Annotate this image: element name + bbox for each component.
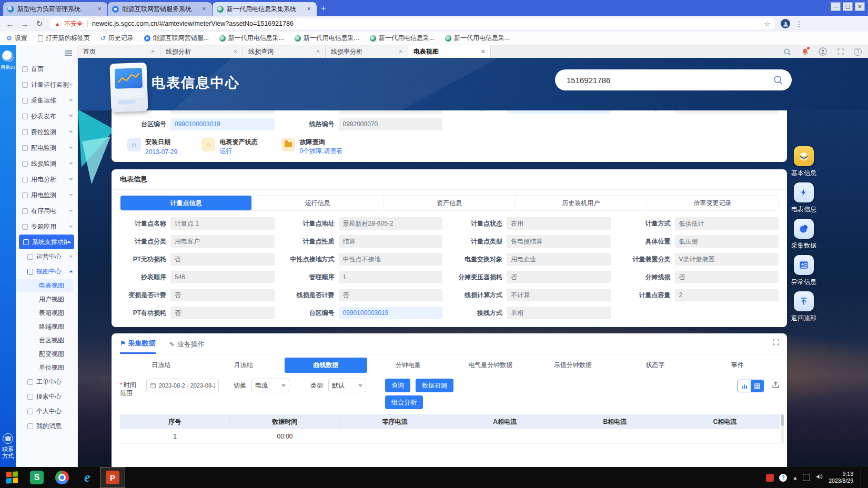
close-icon[interactable]: × — [481, 48, 485, 55]
date-range-input[interactable]: 2023-08-2 - 2023-08-2 — [146, 379, 219, 392]
refresh-icon[interactable]: ↻ — [35, 19, 44, 28]
sidebar-item-operation-center[interactable]: 运营中心 — [16, 249, 77, 264]
dock-basic-info-button[interactable] — [794, 146, 814, 166]
subtab-electrical-minute[interactable]: 电气量分钟数据 — [449, 358, 532, 373]
sidebar-collapse[interactable] — [16, 48, 77, 61]
url-field[interactable]: ▲ 不安全 neweic.js.sgcc.com.cn/#/amteview/m… — [49, 18, 775, 29]
sidebar-item-my-messages[interactable]: 我的消息 — [16, 419, 77, 433]
sidebar-item-metering-monitor[interactable]: 计量运行监测 — [16, 77, 77, 93]
tab-asset-info[interactable]: 资产信息 — [383, 196, 515, 210]
combined-analysis-button[interactable]: 组合分析 — [385, 395, 423, 409]
tab-business-ops[interactable]: ✎业务操作 — [169, 340, 205, 353]
close-icon[interactable]: × — [399, 48, 402, 55]
user-icon[interactable] — [818, 47, 827, 56]
workspace-tab-lineloss-analysis[interactable]: 线损分析× — [160, 45, 243, 58]
sidebar-item-usage-analysis[interactable]: 用电分析 — [16, 171, 77, 187]
data-recall-button[interactable]: 数据召测 — [416, 379, 453, 392]
sidebar-item-user-view[interactable]: 用户视图 — [16, 292, 77, 306]
browser-tab-3-active[interactable]: 新一代用电信息采集系统 × — [213, 2, 317, 16]
profile-avatar[interactable] — [781, 19, 790, 28]
bookmark-newtab[interactable]: 打开新的标签页 — [38, 34, 90, 43]
asset-search-box[interactable]: 1516921786 — [555, 69, 792, 90]
minimize-button[interactable]: — — [831, 2, 841, 11]
sidebar-item-lineloss-monitor[interactable]: 线损监测 — [16, 156, 77, 171]
close-icon[interactable]: × — [96, 5, 103, 13]
maximize-button[interactable]: ▢ — [843, 2, 853, 11]
chart-view-button[interactable] — [738, 380, 751, 392]
tray-help-icon[interactable]: ? — [779, 474, 787, 482]
close-icon[interactable]: × — [316, 48, 320, 55]
close-icon[interactable]: × — [234, 48, 237, 55]
close-window-button[interactable]: ✕ — [855, 2, 865, 11]
sidebar-item-reading-publish[interactable]: 抄表发布 — [16, 108, 77, 124]
dock-meter-info-button[interactable] — [794, 182, 814, 202]
subtab-reading-minute[interactable]: 示值分钟数据 — [532, 358, 614, 373]
workspace-tab-home[interactable]: 首页× — [78, 45, 160, 58]
taskbar-powerpoint-active[interactable]: P — [100, 467, 125, 488]
tab-metering-point[interactable]: 计量点信息 — [120, 196, 252, 210]
fullscreen-icon[interactable] — [836, 47, 845, 56]
search-icon[interactable] — [782, 47, 792, 56]
table-view-button[interactable] — [751, 380, 763, 392]
url-text[interactable]: neweic.js.sgcc.com.cn/#/amteview/meterVi… — [92, 20, 760, 27]
sidebar-item-ordered-usage[interactable]: 有序用电 — [16, 203, 77, 219]
bookmark-history[interactable]: ↺ 历史记录 — [100, 34, 134, 43]
sidebar-item-special-apps[interactable]: 专题应用 — [16, 219, 77, 235]
chip-value[interactable]: 运行 — [219, 147, 257, 156]
sidebar-item-fee-monitor[interactable]: 费控监测 — [16, 124, 77, 140]
subtab-events[interactable]: 事件 — [697, 358, 779, 373]
tab-history-users[interactable]: 历史装机用户 — [516, 196, 647, 210]
table-row[interactable]: 1 00:00 — [120, 429, 780, 444]
bookmark-collect-3[interactable]: 新一代用电信息采... — [370, 34, 435, 43]
bookmark-settings[interactable]: ⚙ 设置 — [6, 34, 27, 43]
expand-icon[interactable] — [772, 339, 780, 346]
sidebar-item-search-center[interactable]: 搜索中心 — [16, 389, 77, 404]
back-icon[interactable]: ← — [5, 19, 15, 28]
sidebar-item-terminal-view[interactable]: 终端视图 — [16, 320, 77, 333]
tray-expand-icon[interactable]: ▲ — [792, 475, 798, 481]
bookmark-collect-4[interactable]: 新一代用电信息采... — [445, 34, 510, 43]
taskbar-clock[interactable]: 9:13 2023/8/29 — [829, 471, 853, 484]
security-warning[interactable]: 不安全 — [64, 19, 83, 28]
subtab-status-word[interactable]: 状态字 — [614, 358, 697, 373]
table-scrollbar[interactable] — [781, 414, 784, 444]
sidebar-item-station-view[interactable]: 台区视图 — [16, 333, 77, 347]
subtab-daily-freeze[interactable]: 日冻结 — [120, 358, 203, 373]
close-icon[interactable]: × — [305, 5, 312, 13]
scrollbar-thumb[interactable] — [781, 414, 784, 426]
sidebar-item-system-support[interactable]: 系统支撑功能 — [19, 235, 74, 249]
sidebar-item-unit-view[interactable]: 单位视图 — [16, 361, 77, 374]
type-select[interactable]: 默认 — [328, 379, 366, 392]
workspace-tab-lineloss-query[interactable]: 线损查询× — [243, 45, 326, 58]
bookmark-star-icon[interactable]: ☆ — [764, 20, 770, 28]
dock-collect-data-button[interactable] — [794, 219, 814, 239]
browser-tab-1[interactable]: 新型电力负荷管理系统 × — [3, 2, 107, 16]
sidebar-item-collect-ops[interactable]: 采集运维 — [16, 93, 77, 108]
sidebar-item-meter-view[interactable]: 电表视图 — [16, 279, 73, 292]
switch-select[interactable]: 电流 — [251, 379, 289, 392]
taskbar-chrome[interactable] — [49, 467, 75, 488]
query-button[interactable]: 查询 — [385, 379, 410, 392]
bookmark-marketing[interactable]: 能源互联网营销服... — [144, 34, 209, 43]
workspace-tab-lineloss-rate[interactable]: 线损率分析× — [326, 45, 408, 58]
sidebar-item-home[interactable]: 首页 — [16, 61, 77, 77]
sidebar-item-view-center[interactable]: 视图中心 — [16, 264, 77, 279]
sidebar-item-distribution-monitor[interactable]: 配电监测 — [16, 140, 77, 156]
help-icon[interactable]: ? — [854, 48, 862, 56]
tab-ratio-changes[interactable]: 倍率变更记录 — [647, 196, 778, 210]
bookmark-collect-1[interactable]: 新一代用电信息采... — [219, 34, 284, 43]
close-icon[interactable]: × — [151, 48, 155, 55]
start-button[interactable] — [0, 467, 24, 488]
subtab-curve-data[interactable]: 曲线数据 — [285, 358, 367, 373]
sidebar-item-box-view[interactable]: 表箱视图 — [16, 306, 77, 320]
sidebar-item-transformer-view[interactable]: 配变视图 — [16, 347, 77, 361]
field-value-link[interactable]: 0990100003019 — [170, 118, 275, 130]
tray-app-icon[interactable] — [766, 474, 774, 482]
close-icon[interactable]: × — [200, 5, 208, 13]
export-icon[interactable] — [772, 381, 780, 391]
contact-widget[interactable]: ☎ 联系方式 — [2, 433, 14, 460]
chip-value[interactable]: 2013-07-29 — [145, 148, 177, 156]
speaker-icon[interactable] — [815, 473, 823, 483]
browser-tab-2[interactable]: 能源互联网营销服务系统 × — [108, 2, 212, 16]
search-input[interactable]: 1516921786 — [567, 76, 773, 85]
